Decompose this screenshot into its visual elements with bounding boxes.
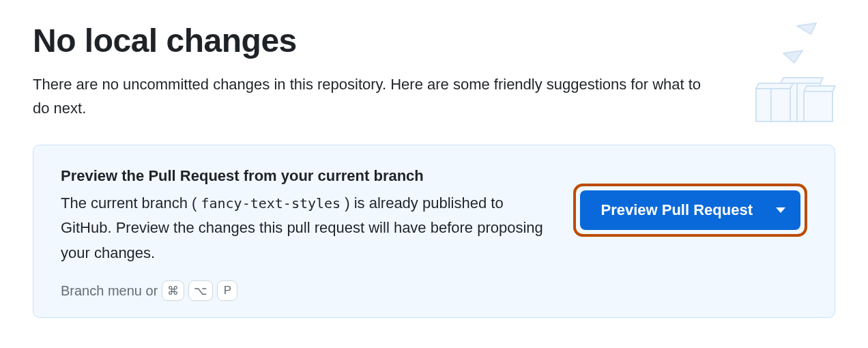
page-title: No local changes xyxy=(33,20,729,61)
kbd-p: P xyxy=(217,280,237,301)
button-highlight-outline: Preview Pull Request xyxy=(573,184,807,237)
svg-rect-1 xyxy=(756,89,790,121)
branch-name: fancy-text-styles xyxy=(201,195,341,212)
shortcut-label: Branch menu or xyxy=(61,283,158,299)
preview-pull-request-button[interactable]: Preview Pull Request xyxy=(580,190,800,230)
keyboard-shortcut-hint: Branch menu or ⌘ ⌥ P xyxy=(61,280,807,301)
kbd-option: ⌥ xyxy=(188,280,213,301)
paper-boxes-illustration-icon xyxy=(715,20,838,130)
page-subtitle: There are no uncommitted changes in this… xyxy=(33,72,715,120)
caret-down-icon xyxy=(776,207,785,213)
svg-rect-2 xyxy=(804,91,833,121)
desc-prefix: The current branch ( xyxy=(61,194,197,212)
card-title: Preview the Pull Request from your curre… xyxy=(61,166,553,187)
button-label: Preview Pull Request xyxy=(601,201,753,219)
card-description: The current branch ( fancy-text-styles )… xyxy=(61,191,553,265)
suggestion-card: Preview the Pull Request from your curre… xyxy=(33,145,835,318)
kbd-cmd: ⌘ xyxy=(162,280,184,301)
